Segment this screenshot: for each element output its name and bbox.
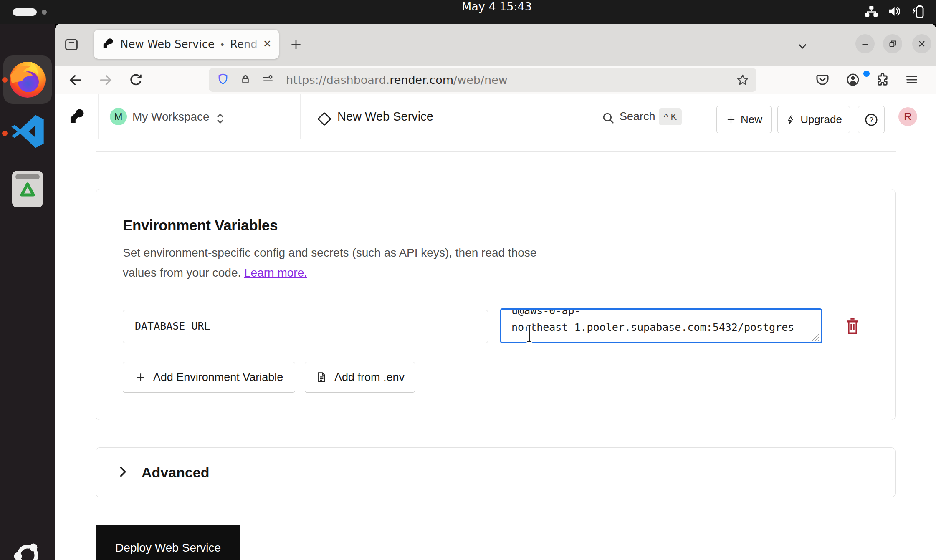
header-divider: [300, 94, 301, 139]
new-button[interactable]: New: [716, 106, 772, 133]
dock-divider: [17, 161, 38, 161]
dock-item-vscode[interactable]: [9, 114, 46, 151]
text-cursor-pointer: [524, 324, 534, 345]
pocket-icon[interactable]: [815, 72, 830, 89]
workspace-sort-chevrons-icon[interactable]: [213, 111, 228, 128]
permissions-icon[interactable]: [261, 73, 275, 88]
header-divider: [98, 94, 99, 139]
env-value-textarea[interactable]: u@aws-0-ap- northeast-1.pooler.supabase.…: [500, 308, 822, 343]
header-divider: [703, 94, 703, 139]
svg-text:?: ?: [869, 116, 873, 124]
add-from-env-button[interactable]: Add from .env: [305, 362, 415, 393]
chevron-right-icon: [116, 464, 130, 480]
activities-pill[interactable]: [13, 8, 37, 16]
add-environment-variable-button[interactable]: Add Environment Variable: [123, 362, 295, 393]
search-icon[interactable]: [601, 111, 615, 127]
system-clock[interactable]: May 4 15:43: [426, 0, 568, 24]
trash-lid: [15, 174, 40, 179]
browser-toolbar: https://dashboard.render.com/web/new: [55, 66, 936, 94]
extensions-puzzle-icon[interactable]: [875, 72, 890, 89]
advanced-section-toggle[interactable]: Advanced: [96, 447, 896, 497]
trash-icon: [844, 317, 861, 335]
network-icon: [864, 5, 879, 19]
help-button[interactable]: ?: [858, 106, 885, 133]
textarea-resize-grip[interactable]: [810, 333, 820, 343]
environment-variables-card: Environment Variables Set environment-sp…: [96, 189, 896, 420]
list-tabs-chevron-icon[interactable]: [795, 39, 810, 55]
tab-close-icon[interactable]: ×: [260, 30, 275, 59]
recycle-icon: [19, 182, 36, 202]
vscode-icon: [10, 114, 46, 151]
bookmark-star-icon[interactable]: [736, 73, 750, 89]
lock-icon[interactable]: [239, 73, 252, 87]
vscode-running-dot: [2, 131, 8, 136]
app-header: M My Workspace New Web Service Search ^ …: [55, 94, 936, 139]
tab-strip: New Web Service•Rend ×: [55, 24, 936, 66]
delete-variable-button[interactable]: [843, 317, 862, 337]
workspace-avatar: M: [110, 108, 127, 125]
window-restore-button[interactable]: [883, 34, 902, 53]
render-logo[interactable]: [69, 108, 85, 126]
env-value-line1: u@aws-0-ap-: [511, 308, 811, 319]
page-title: New Web Service: [337, 94, 433, 139]
forward-button[interactable]: [98, 72, 114, 90]
system-status-area[interactable]: [864, 0, 925, 24]
section-description: Set environment-specific config and secr…: [123, 243, 536, 283]
deploy-web-service-button[interactable]: Deploy Web Service: [96, 525, 240, 560]
learn-more-link[interactable]: Learn more.: [244, 266, 307, 279]
volume-icon: [888, 5, 902, 19]
firefox-icon: [7, 58, 48, 101]
document-icon: [315, 371, 328, 383]
env-value-line2: northeast-1.pooler.supabase.com:5432/pos…: [511, 319, 811, 336]
account-icon[interactable]: [845, 72, 860, 89]
workspace-indicator-dot: [42, 10, 47, 15]
account-notification-dot: [863, 71, 870, 77]
dock-item-trash[interactable]: [12, 171, 43, 207]
env-key-input[interactable]: DATABASE_URL: [123, 310, 488, 343]
upgrade-button[interactable]: Upgrade: [777, 106, 850, 133]
window-minimize-button[interactable]: [855, 34, 875, 53]
workspace-selector[interactable]: My Workspace: [132, 94, 210, 139]
tab-title: New Web Service•Rend: [120, 30, 265, 59]
firefox-running-dot: [2, 77, 8, 83]
dock-item-firefox[interactable]: [3, 55, 52, 104]
lightning-icon: [785, 114, 796, 125]
plus-icon: [726, 114, 736, 125]
window-close-button[interactable]: [912, 34, 931, 53]
firefox-view-button[interactable]: [63, 37, 79, 54]
question-mark-icon: ?: [864, 112, 879, 127]
search-shortcut-badge: ^ K: [659, 108, 682, 125]
url-text: https://dashboard.render.com/web/new: [286, 73, 508, 86]
back-button[interactable]: [68, 72, 83, 90]
render-dashboard-page: M My Workspace New Web Service Search ^ …: [55, 94, 936, 560]
user-avatar[interactable]: R: [898, 107, 917, 126]
search-button[interactable]: Search: [620, 94, 655, 139]
dock: [0, 24, 55, 560]
menu-hamburger-icon[interactable]: [904, 72, 919, 89]
previous-card-border: [96, 151, 896, 152]
system-top-bar: May 4 15:43: [0, 0, 936, 24]
advanced-label: Advanced: [142, 464, 210, 481]
plus-icon: [135, 371, 147, 383]
shield-icon[interactable]: [216, 73, 230, 88]
browser-window: New Web Service•Rend ×: [55, 24, 936, 560]
service-diamond-icon: [316, 111, 332, 129]
ubuntu-logo-icon[interactable]: [12, 540, 43, 560]
reload-button[interactable]: [128, 72, 144, 90]
new-tab-button[interactable]: [289, 38, 303, 53]
url-bar[interactable]: https://dashboard.render.com/web/new: [209, 68, 756, 92]
screen: May 4 15:43: [0, 0, 936, 560]
battery-icon: [911, 4, 925, 20]
section-title: Environment Variables: [123, 217, 278, 234]
render-favicon: [102, 38, 114, 51]
browser-tab[interactable]: New Web Service•Rend ×: [94, 30, 279, 59]
